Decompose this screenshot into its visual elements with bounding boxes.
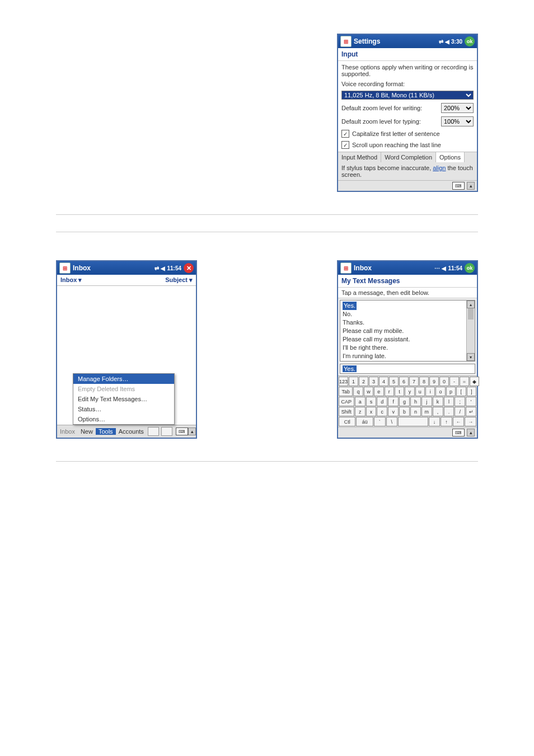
tab-input-method[interactable]: Input Method [338, 152, 381, 162]
keyboard-key[interactable]: Tab [339, 387, 353, 396]
keyboard-key[interactable]: Shift [339, 407, 354, 416]
keyboard-key[interactable]: w [364, 387, 373, 396]
keyboard-key[interactable]: ↵ [466, 407, 476, 416]
list-item[interactable]: No. [343, 310, 464, 318]
close-button[interactable]: ✕ [184, 263, 194, 273]
keyboard-key[interactable]: 2 [359, 377, 368, 386]
keyboard-key[interactable]: b [399, 407, 410, 416]
keyboard-key[interactable]: h [410, 397, 421, 406]
list-item[interactable]: I'll be right there. [343, 344, 464, 352]
align-link[interactable]: align [433, 165, 446, 171]
keyboard-key[interactable]: 6 [399, 377, 409, 386]
sip-keyboard-icon[interactable]: ⌨ [176, 428, 188, 435]
scrollbar[interactable]: ▴ ▾ [466, 300, 475, 361]
tab-word-completion[interactable]: Word Completion [381, 152, 436, 162]
tab-options[interactable]: Options [436, 152, 465, 162]
keyboard-key[interactable]: m [421, 407, 432, 416]
sort-dropdown[interactable]: Subject ▾ [165, 276, 193, 284]
keyboard-key[interactable]: c [377, 407, 387, 416]
keyboard-key[interactable]: / [455, 407, 465, 416]
keyboard-key[interactable]: i [425, 387, 435, 396]
menu-accounts[interactable]: Accounts [116, 428, 147, 435]
keyboard-key[interactable]: 8 [419, 377, 429, 386]
keyboard-key[interactable]: . [444, 407, 455, 416]
keyboard-key[interactable]: ' [466, 397, 476, 406]
capitalize-checkbox[interactable]: ✓ [341, 130, 349, 138]
keyboard-key[interactable]: k [433, 397, 443, 406]
keyboard-key[interactable]: f [388, 397, 399, 406]
menu-manage-folders[interactable]: Manage Folders… [73, 374, 174, 384]
messages-listbox[interactable]: Yes. No. Thanks. Please call my mobile. … [340, 300, 475, 361]
keyboard-key[interactable]: áü [356, 417, 373, 426]
keyboard-key[interactable]: v [388, 407, 399, 416]
sip-keyboard-icon[interactable]: ⌨ [452, 182, 465, 190]
tray-icon[interactable] [161, 427, 172, 436]
keyboard-key[interactable]: j [421, 397, 432, 406]
start-icon[interactable]: ⊞ [59, 262, 71, 274]
keyboard-key[interactable]: r [385, 387, 394, 396]
keyboard-key[interactable]: 123 [339, 377, 348, 386]
keyboard-key[interactable]: → [465, 417, 476, 426]
sip-up-button[interactable]: ▴ [188, 428, 196, 435]
keyboard-key[interactable]: n [410, 407, 421, 416]
keyboard-key[interactable] [398, 417, 428, 426]
list-item[interactable]: Please call my assistant. [343, 335, 464, 344]
ok-button[interactable]: ok [465, 263, 475, 273]
start-icon[interactable]: ⊞ [340, 262, 352, 274]
keyboard-key[interactable]: y [405, 387, 414, 396]
scroll-checkbox[interactable]: ✓ [341, 141, 349, 149]
menu-status[interactable]: Status… [73, 404, 174, 414]
sip-up-button[interactable]: ▴ [467, 429, 475, 436]
keyboard-key[interactable]: 3 [369, 377, 378, 386]
keyboard-key[interactable]: 7 [409, 377, 419, 386]
sip-up-button[interactable]: ▴ [467, 182, 475, 190]
sip-keyboard-icon[interactable]: ⌨ [452, 429, 465, 436]
keyboard-key[interactable]: ] [467, 387, 476, 396]
menu-inbox[interactable]: Inbox [57, 428, 78, 435]
scroll-up-button[interactable]: ▴ [467, 300, 475, 308]
keyboard-key[interactable]: s [366, 397, 377, 406]
menu-options[interactable]: Options… [73, 414, 174, 424]
keyboard-key[interactable]: x [366, 407, 377, 416]
folder-dropdown[interactable]: Inbox ▾ [60, 276, 82, 284]
keyboard-key[interactable]: a [355, 397, 366, 406]
keyboard-key[interactable]: 9 [429, 377, 439, 386]
zoom-type-select[interactable]: 100% [441, 116, 474, 126]
keyboard-key[interactable]: ` [374, 417, 386, 426]
menu-edit-my-text[interactable]: Edit My Text Messages… [73, 394, 174, 404]
keyboard-key[interactable]: CAP [339, 397, 354, 406]
keyboard-key[interactable]: e [374, 387, 383, 396]
keyboard-key[interactable]: , [433, 407, 443, 416]
list-item[interactable]: Yes. [343, 302, 357, 310]
keyboard-key[interactable]: ↓ [429, 417, 441, 426]
tray-icon[interactable] [148, 427, 159, 436]
scroll-down-button[interactable]: ▾ [467, 353, 475, 361]
start-icon[interactable]: ⊞ [340, 36, 352, 47]
keyboard-key[interactable]: 0 [439, 377, 449, 386]
keyboard-key[interactable]: d [377, 397, 387, 406]
keyboard-key[interactable]: l [444, 397, 455, 406]
menu-tools[interactable]: Tools [96, 428, 116, 435]
voice-format-select[interactable]: 11,025 Hz, 8 Bit, Mono (11 KB/s) [341, 91, 474, 100]
keyboard-key[interactable]: 1 [349, 377, 358, 386]
keyboard-key[interactable]: - [449, 377, 459, 386]
menu-new[interactable]: New [78, 428, 96, 435]
keyboard-key[interactable]: 5 [389, 377, 399, 386]
edit-input[interactable]: Yes. [340, 364, 475, 374]
keyboard-key[interactable]: ↑ [441, 417, 452, 426]
keyboard-key[interactable]: q [353, 387, 363, 396]
keyboard-key[interactable]: t [395, 387, 404, 396]
keyboard-key[interactable]: [ [456, 387, 466, 396]
scroll-thumb[interactable] [468, 308, 474, 320]
keyboard-key[interactable]: p [446, 387, 456, 396]
keyboard-key[interactable]: ← [453, 417, 465, 426]
soft-keyboard[interactable]: 1231234567890-=◆ Tabqwertyuiop[] CAPasdf… [338, 375, 477, 427]
list-item[interactable]: I'm running late. [343, 352, 464, 360]
keyboard-key[interactable]: 4 [379, 377, 388, 386]
keyboard-key[interactable]: u [415, 387, 425, 396]
list-item[interactable]: Please call my mobile. [343, 327, 464, 335]
keyboard-key[interactable]: = [460, 377, 469, 386]
list-item[interactable]: Thanks. [343, 318, 464, 327]
keyboard-key[interactable]: o [435, 387, 445, 396]
ok-button[interactable]: ok [465, 36, 475, 46]
